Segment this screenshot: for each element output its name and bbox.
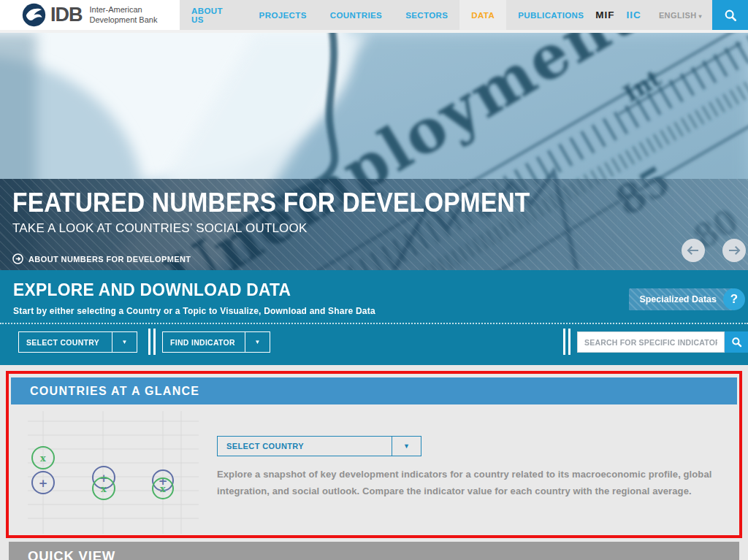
hero-subtitle: TAKE A LOOK AT COUNTRIES’ SOCIAL OUTLOOK <box>12 221 569 236</box>
chevron-down-icon: ▾ <box>699 13 702 20</box>
quick-view-section-header: QUICK VIEW <box>9 542 739 560</box>
help-icon[interactable]: ? <box>723 288 745 310</box>
select-country-dropdown[interactable]: SELECT COUNTRY ▼ <box>18 331 137 353</box>
countries-at-a-glance-section: COUNTRIES AT A GLANCE x + + x + <box>9 377 739 539</box>
annotation-highlight: COUNTRIES AT A GLANCE x + + x + <box>6 371 742 538</box>
glance-description: Explore a snapshot of key development in… <box>217 467 737 500</box>
hero-carousel-controls <box>664 239 746 262</box>
idb-logo[interactable]: IDB Inter-American Development Bank <box>0 0 180 30</box>
find-indicator-dropdown[interactable]: FIND INDICATOR ▼ <box>162 331 270 353</box>
top-navigation-bar: IDB Inter-American Development Bank ABOU… <box>0 0 748 30</box>
indicator-search-input[interactable] <box>577 331 725 353</box>
double-bar-divider <box>148 329 156 355</box>
dotted-divider <box>0 323 748 324</box>
arrow-left-icon <box>687 245 700 256</box>
glance-select-country-dropdown[interactable]: SELECT COUNTRY ▼ <box>217 436 421 456</box>
mif-link[interactable]: MIF <box>595 9 614 20</box>
logo-abbr: IDB <box>50 4 83 26</box>
about-numbers-link[interactable]: ABOUT NUMBERS FOR DEVELOPMENT <box>12 253 569 264</box>
specialized-datasets-button[interactable]: Specialized Datas <box>629 288 734 310</box>
chevron-down-icon: ▼ <box>245 332 270 352</box>
chevron-down-icon: ▼ <box>112 332 137 352</box>
search-icon <box>724 9 737 22</box>
logo-name: Inter-American Development Bank <box>90 5 158 26</box>
nav-projects[interactable]: PROJECTS <box>248 0 318 30</box>
specialized-datasets: Specialized Datas ? <box>629 288 733 310</box>
hero-title: FEATURED NUMBERS FOR DEVELOPMENT <box>12 188 530 218</box>
chevron-down-icon: ▼ <box>392 437 421 456</box>
indicator-search <box>577 331 748 353</box>
nav-countries[interactable]: COUNTRIES <box>318 0 394 30</box>
explore-title: EXPLORE AND DOWNLOAD DATA <box>13 280 291 300</box>
carousel-next-button[interactable] <box>722 239 746 262</box>
region-marker: + <box>39 477 48 490</box>
arrow-right-icon <box>728 245 741 256</box>
nav-data[interactable]: DATA <box>459 0 506 30</box>
main-nav: ABOUT US PROJECTS COUNTRIES SECTORS DATA… <box>180 0 595 30</box>
carousel-prev-button[interactable] <box>682 239 705 262</box>
nav-publications[interactable]: PUBLICATIONS <box>506 0 595 30</box>
site-search-button[interactable] <box>712 0 748 30</box>
nav-sectors[interactable]: SECTORS <box>394 0 459 30</box>
language-selector[interactable]: ENGLISH▾ <box>659 11 702 20</box>
country-marker: x <box>101 483 107 494</box>
country-marker: x <box>40 453 46 464</box>
circle-arrow-right-icon <box>12 253 23 264</box>
top-right-links: MIF IIC ENGLISH▾ <box>595 0 748 30</box>
explore-subtitle: Start by either selecting a Country or a… <box>13 306 375 316</box>
search-icon <box>731 337 742 348</box>
hero-copy: FEATURED NUMBERS FOR DEVELOPMENT TAKE A … <box>12 188 569 264</box>
double-bar-divider <box>563 329 571 355</box>
country-marker: x <box>160 483 166 494</box>
explore-download-band: EXPLORE AND DOWNLOAD DATA Start by eithe… <box>0 270 748 365</box>
idb-bird-icon <box>22 3 46 27</box>
nav-about-us[interactable]: ABOUT US <box>180 0 248 30</box>
quick-view-title: QUICK VIEW <box>28 548 739 560</box>
iic-link[interactable]: IIC <box>627 9 641 20</box>
hero-banner: Unemployment Int 85 80 FEATURED NUMBERS … <box>0 33 748 270</box>
indicator-search-button[interactable] <box>725 331 748 353</box>
section-title: COUNTRIES AT A GLANCE <box>11 377 737 404</box>
glance-chart-graphic: x + + x + x <box>15 411 212 534</box>
